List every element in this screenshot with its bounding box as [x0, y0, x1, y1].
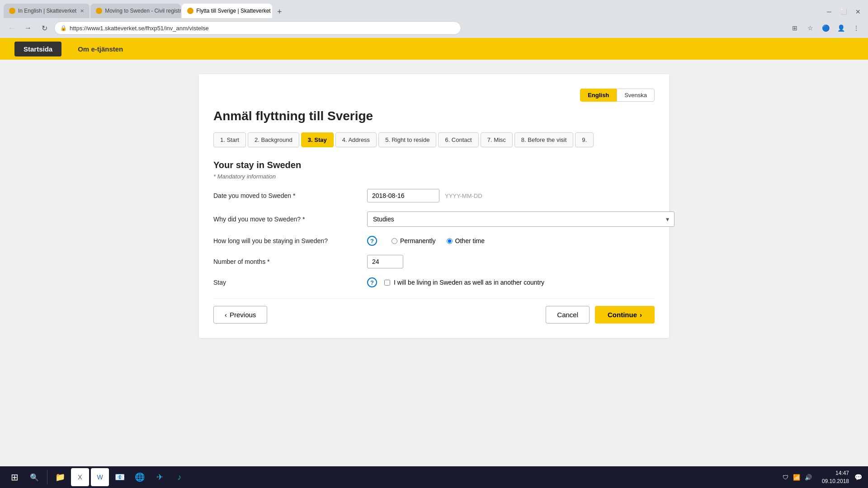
step-4[interactable]: 4. Address [335, 132, 377, 147]
taskbar-excel[interactable]: X [71, 468, 89, 486]
duration-label: How long will you be staying in Sweden? [213, 237, 367, 244]
form-title: Anmäl flyttning till Sverige [213, 109, 655, 123]
taskbar-clock: 14:47 09.10.2018 [822, 469, 849, 485]
extension-icon[interactable]: 🔵 [819, 22, 832, 34]
maximize-button[interactable]: ⬜ [837, 5, 850, 18]
date-hint: YYYY-MM-DD [445, 192, 482, 199]
continue-arrow-icon: › [640, 311, 642, 319]
months-row: Number of months * [213, 255, 655, 268]
button-row: ‹ Previous Cancel Continue › [213, 298, 655, 324]
tab-3-label: Flytta till Sverige | Skatteverket [196, 8, 271, 14]
lang-svenska-button[interactable]: Svenska [617, 89, 655, 102]
btn-right: Cancel Continue › [546, 306, 655, 324]
browser-icons: ⊞ ☆ 🔵 👤 ⋮ [788, 22, 863, 34]
forward-button[interactable]: → [22, 22, 34, 34]
step-5[interactable]: 5. Right to reside [378, 132, 436, 147]
address-text: https://www1.skatteverket.se/fhxp51/inv_… [70, 25, 209, 32]
step-6[interactable]: 6. Contact [438, 132, 478, 147]
antivirus-icon: 🛡 [783, 474, 788, 481]
stay-label: Stay [213, 279, 367, 286]
start-button[interactable]: ⊞ [5, 468, 24, 486]
steps-row: 1. Start 2. Background 3. Stay 4. Addres… [213, 132, 655, 147]
stay-help-icon[interactable]: ? [367, 277, 377, 287]
cancel-button[interactable]: Cancel [546, 306, 590, 324]
bookmark-icon[interactable]: ☆ [804, 22, 816, 34]
lang-english-button[interactable]: English [580, 89, 617, 102]
close-window-button[interactable]: ✕ [852, 5, 864, 18]
profile-icon[interactable]: 👤 [835, 22, 847, 34]
tab-2[interactable]: Moving to Sweden - Civil registr... ✕ [90, 4, 181, 18]
browser-chrome: In English | Skatteverket ✕ Moving to Sw… [0, 0, 868, 38]
minimize-button[interactable]: ─ [823, 5, 835, 18]
prev-arrow-icon: ‹ [225, 311, 227, 319]
permanently-radio-label[interactable]: Permanently [392, 237, 436, 244]
tab-2-favicon [96, 8, 102, 14]
taskbar-spotify[interactable]: ♪ [170, 468, 189, 486]
mandatory-note: * Mandatory information [213, 173, 655, 180]
step-1[interactable]: 1. Start [213, 132, 246, 147]
previous-button[interactable]: ‹ Previous [213, 306, 267, 324]
step-7[interactable]: 7. Misc [481, 132, 513, 147]
tab-1-favicon [9, 8, 15, 14]
translate-icon[interactable]: ⊞ [788, 22, 801, 34]
reason-field-wrap: Studies Work Family Other [367, 211, 675, 227]
stay-field-wrap: ? I will be living in Sweden as well as … [367, 277, 655, 287]
back-button[interactable]: ← [5, 22, 18, 34]
address-box[interactable]: 🔒 https://www1.skatteverket.se/fhxp51/in… [54, 21, 461, 35]
section-title: Your stay in Sweden [213, 160, 655, 170]
taskbar-telegram[interactable]: ✈ [151, 468, 169, 486]
tab-bar: In English | Skatteverket ✕ Moving to Sw… [0, 0, 868, 18]
step-2[interactable]: 2. Background [248, 132, 299, 147]
previous-label: Previous [230, 311, 256, 319]
taskbar-outlook[interactable]: 📧 [111, 468, 129, 486]
address-bar-row: ← → ↻ 🔒 https://www1.skatteverket.se/fhx… [0, 18, 868, 38]
months-label: Number of months * [213, 258, 367, 265]
permanently-radio[interactable] [392, 238, 397, 244]
continue-button[interactable]: Continue › [595, 306, 655, 324]
form-card: English Svenska Anmäl flyttning till Sve… [199, 74, 669, 338]
tab-1-label: In English | Skatteverket [18, 8, 76, 14]
taskbar: ⊞ 🔍 📁 X W 📧 🌐 ✈ ♪ 🛡 📶 🔊 14:47 09.10.2018… [0, 466, 868, 488]
new-tab-button[interactable]: + [273, 5, 286, 18]
reason-label: Why did you move to Sweden? * [213, 216, 367, 223]
stay-checkbox-text: I will be living in Sweden as well as in… [394, 279, 544, 286]
step-8[interactable]: 8. Before the visit [514, 132, 573, 147]
duration-row: How long will you be staying in Sweden? … [213, 236, 655, 246]
other-time-radio[interactable] [447, 238, 453, 244]
date-input[interactable] [367, 189, 439, 202]
reason-select[interactable]: Studies Work Family Other [367, 211, 675, 227]
stay-checkbox-label[interactable]: I will be living in Sweden as well as in… [384, 279, 544, 286]
taskbar-sep-1 [47, 470, 47, 484]
continue-label: Continue [608, 311, 637, 319]
search-taskbar-button[interactable]: 🔍 [25, 468, 43, 486]
duration-help-icon[interactable]: ? [367, 236, 377, 246]
startsida-button[interactable]: Startsida [14, 42, 61, 56]
network-icon: 📶 [793, 474, 800, 481]
months-input[interactable] [367, 255, 403, 268]
notification-button[interactable]: 💬 [854, 473, 863, 482]
tab-2-label: Moving to Sweden - Civil registr... [105, 8, 181, 14]
clock-time: 14:47 [822, 469, 849, 477]
reload-button[interactable]: ↻ [38, 22, 51, 34]
stay-row: Stay ? I will be living in Sweden as wel… [213, 277, 655, 287]
stay-checkbox[interactable] [384, 280, 390, 286]
reason-select-wrap: Studies Work Family Other [367, 211, 675, 227]
tab-1[interactable]: In English | Skatteverket ✕ [4, 4, 90, 18]
step-3[interactable]: 3. Stay [301, 132, 334, 147]
date-row: Date you moved to Sweden * YYYY-MM-DD [213, 189, 655, 202]
taskbar-word[interactable]: W [91, 468, 109, 486]
months-field-wrap [367, 255, 655, 268]
taskbar-chrome[interactable]: 🌐 [131, 468, 149, 486]
step-9[interactable]: 9. [575, 132, 594, 147]
reason-row: Why did you move to Sweden? * Studies Wo… [213, 211, 655, 227]
tab-1-close[interactable]: ✕ [80, 8, 84, 14]
other-time-label: Other time [455, 237, 485, 244]
main-area: English Svenska Anmäl flyttning till Sve… [0, 60, 868, 352]
tab-3-favicon [187, 8, 193, 14]
menu-icon[interactable]: ⋮ [850, 22, 863, 34]
other-time-radio-label[interactable]: Other time [447, 237, 485, 244]
taskbar-file-explorer[interactable]: 📁 [51, 468, 69, 486]
tab-3[interactable]: Flytta till Sverige | Skatteverket ✕ [182, 4, 272, 18]
site-nav: Startsida Om e-tjänsten [0, 38, 868, 60]
om-etjansten-button[interactable]: Om e-tjänsten [69, 42, 132, 56]
